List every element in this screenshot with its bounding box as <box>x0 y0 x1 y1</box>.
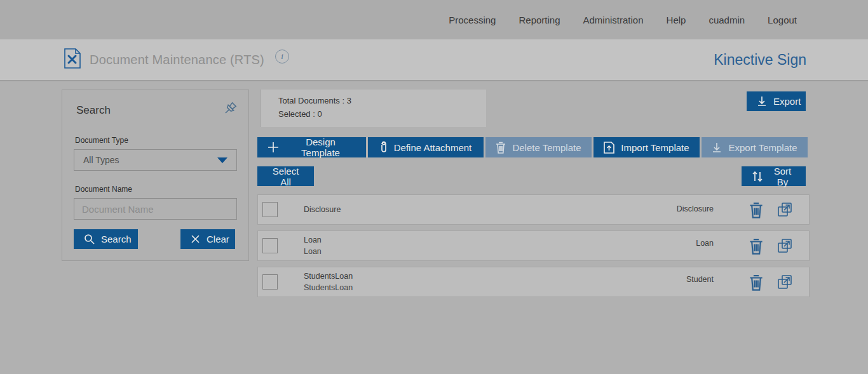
document-type-dropdown[interactable]: All Types <box>74 149 237 171</box>
document-type-label: Document Type <box>75 136 248 145</box>
search-panel: Search Document Type All Types Document … <box>62 90 249 261</box>
sort-arrows-icon <box>752 171 763 182</box>
open-external-icon[interactable] <box>776 273 795 292</box>
template-toolbar: Design Template Define Attachment Delete… <box>257 137 810 157</box>
search-panel-title: Search <box>76 104 111 117</box>
close-icon <box>191 234 200 244</box>
document-name: StudentsLoan <box>304 272 353 281</box>
page-header: Document Maintenance (RTS) i Kinective S… <box>0 39 868 81</box>
total-documents-count: Total Documents : 3 <box>278 96 486 105</box>
download-icon <box>757 96 767 107</box>
delete-row-icon[interactable] <box>747 273 766 292</box>
chevron-down-icon <box>217 157 227 163</box>
pin-icon[interactable] <box>222 100 238 119</box>
table-row: StudentsLoan StudentsLoan Student <box>257 267 810 297</box>
row-checkbox[interactable] <box>262 238 278 253</box>
plus-icon <box>268 142 279 153</box>
row-checkbox[interactable] <box>262 274 278 290</box>
export-template-button[interactable]: Export Template <box>702 137 808 157</box>
export-button[interactable]: Export <box>747 91 806 111</box>
upload-file-icon <box>604 142 614 154</box>
document-type: Loan <box>696 239 714 248</box>
info-icon[interactable]: i <box>275 50 289 63</box>
paperclip-icon <box>380 141 388 154</box>
document-type: Disclosure <box>677 204 714 213</box>
sort-by-button[interactable]: Sort By <box>742 166 806 186</box>
document-subtitle: Loan <box>304 247 322 256</box>
document-type: Student <box>686 275 714 284</box>
trash-icon <box>496 142 506 154</box>
design-template-button[interactable]: Design Template <box>257 137 366 157</box>
open-external-icon[interactable] <box>776 237 795 256</box>
document-list: Disclosure Disclosure Loan Loan Loan Stu… <box>257 194 810 297</box>
nav-logout[interactable]: Logout <box>768 15 797 25</box>
search-button[interactable]: Search <box>74 229 138 249</box>
nav-administration[interactable]: Administration <box>583 15 644 25</box>
document-tools-icon <box>64 48 81 71</box>
table-row: Loan Loan Loan <box>257 230 810 261</box>
delete-template-button[interactable]: Delete Template <box>485 137 592 157</box>
delete-row-icon[interactable] <box>747 237 766 256</box>
nav-reporting[interactable]: Reporting <box>519 15 560 25</box>
document-name: Loan <box>304 236 322 244</box>
summary-box: Total Documents : 3 Selected : 0 <box>261 90 486 127</box>
nav-user-cuadmin[interactable]: cuadmin <box>709 15 745 25</box>
download-icon <box>712 142 722 153</box>
document-name: Disclosure <box>304 205 341 214</box>
nav-help[interactable]: Help <box>667 15 686 25</box>
clear-button[interactable]: Clear <box>180 229 235 249</box>
document-type-value: All Types <box>83 155 119 165</box>
row-checkbox[interactable] <box>262 202 278 217</box>
open-external-icon[interactable] <box>776 201 795 220</box>
top-navigation: Processing Reporting Administration Help… <box>0 0 868 39</box>
select-all-button[interactable]: Select All <box>257 166 314 186</box>
page-title: Document Maintenance (RTS) <box>90 53 264 67</box>
brand-logo-text: Kinective Sign <box>714 51 806 69</box>
document-name-label: Document Name <box>75 185 248 194</box>
delete-row-icon[interactable] <box>747 201 766 220</box>
search-icon <box>84 234 95 244</box>
selected-count: Selected : 0 <box>278 109 486 119</box>
nav-processing[interactable]: Processing <box>449 15 496 25</box>
document-subtitle: StudentsLoan <box>304 283 353 292</box>
define-attachment-button[interactable]: Define Attachment <box>368 137 484 157</box>
import-template-button[interactable]: Import Template <box>593 137 700 157</box>
document-name-input[interactable] <box>74 198 237 220</box>
table-row: Disclosure Disclosure <box>257 194 810 225</box>
